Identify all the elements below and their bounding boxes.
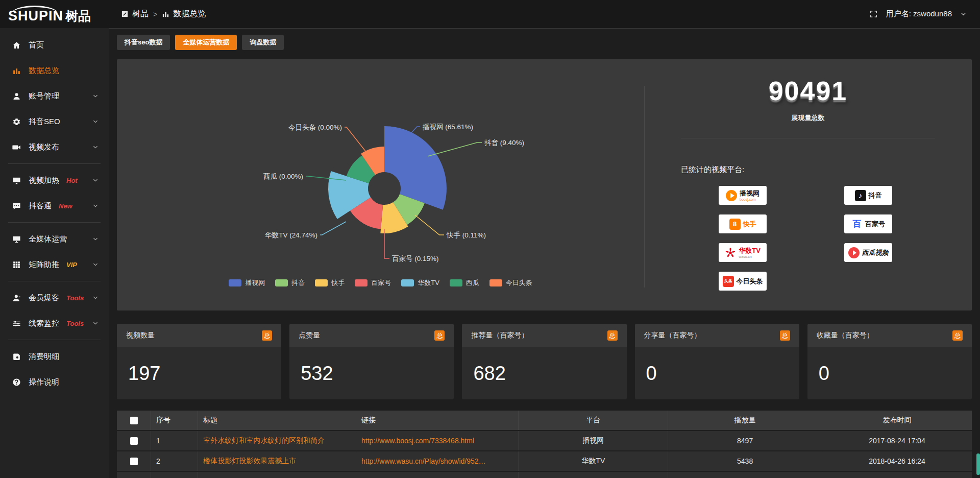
- sidebar-item-home[interactable]: 首页: [0, 32, 109, 58]
- cell-plays: 5438: [668, 451, 822, 471]
- label-leader-line: [415, 215, 444, 235]
- breadcrumb-app[interactable]: 树品: [132, 9, 149, 19]
- platform-logo-douyin: ♪抖音: [844, 186, 892, 205]
- pie-slice-播视网[interactable]: [384, 126, 447, 210]
- fullscreen-icon[interactable]: [869, 10, 878, 18]
- legend-item-今日头条[interactable]: 今日头条: [489, 278, 532, 288]
- legend-item-快手[interactable]: 快手: [315, 278, 345, 288]
- tab-inquiry-data[interactable]: 询盘数据: [242, 35, 284, 50]
- data-tabs: 抖音seo数据全媒体运营数据询盘数据: [117, 35, 972, 50]
- legend-swatch: [229, 279, 241, 286]
- sidebar-item-matrix-boost[interactable]: 矩阵助推VIP: [0, 252, 109, 277]
- legend-swatch: [450, 279, 462, 286]
- platform-logo-baijiahao: 百百家号: [844, 214, 892, 233]
- label-leader-line: [428, 142, 482, 156]
- legend-item-华数TV[interactable]: 华数TV: [401, 278, 439, 288]
- badge-new: New: [59, 202, 72, 210]
- pie-label: 西瓜 (0.00%): [263, 173, 303, 180]
- platforms-label: 已统计的视频平台:: [681, 165, 972, 175]
- platform-name: 今日头条: [737, 278, 763, 284]
- cell-title[interactable]: 室外水纹灯和室内水纹灯的区别和简介: [198, 431, 356, 450]
- column-header[interactable]: 发布时间: [822, 411, 972, 430]
- sidebar-item-account-manage[interactable]: 账号管理: [0, 83, 109, 109]
- stat-card-value: 0: [819, 363, 829, 385]
- account-manage-icon: [12, 92, 21, 101]
- legend-item-抖音[interactable]: 抖音: [275, 278, 305, 288]
- stat-card-title: 分享量（百家号）: [644, 331, 701, 340]
- data-overview-icon: [12, 66, 21, 75]
- sidebar-item-douyin-seo[interactable]: 抖音SEO: [0, 109, 109, 134]
- sidebar-item-label: 数据总览: [29, 66, 59, 76]
- platform-logo-xigua: 西瓜视频: [844, 243, 892, 262]
- legend-item-西瓜[interactable]: 西瓜: [450, 278, 479, 288]
- sidebar-item-member-baoke[interactable]: 会员爆客Tools: [0, 285, 109, 310]
- clue-monitor-icon: [12, 319, 21, 328]
- legend-swatch: [355, 279, 368, 286]
- summary-divider: [681, 138, 935, 138]
- platform-share-chart: 播视网 (65.61%)抖音 (9.40%)快手 (0.11%)百家号 (0.1…: [117, 59, 644, 310]
- stat-card-header: 视频数量总: [117, 324, 281, 347]
- sidebar-item-data-overview[interactable]: 数据总览: [0, 58, 109, 83]
- sidebar-item-clue-monitor[interactable]: 线索监控Tools: [0, 310, 109, 336]
- platform-subtext: boosj.com: [740, 198, 760, 201]
- sidebar-item-video-publish[interactable]: 视频发布: [0, 134, 109, 160]
- legend-label: 华数TV: [418, 278, 439, 288]
- stat-card-body: 0: [807, 347, 972, 399]
- tab-media-ops-data[interactable]: 全媒体运营数据: [175, 35, 237, 50]
- cell-title[interactable]: 楼体投影灯投影效果震撼上市: [198, 451, 356, 471]
- sidebar-item-media-ops[interactable]: 全媒体运营: [0, 226, 109, 252]
- scrollbar-thumb[interactable]: [976, 453, 980, 475]
- member-baoke-icon: [12, 294, 21, 302]
- douyin-seo-icon: [12, 117, 21, 126]
- douyin-note-icon: ♪: [855, 190, 866, 201]
- xigua-play-icon: [848, 247, 860, 258]
- legend-label: 快手: [331, 278, 345, 288]
- column-header[interactable]: 序号: [151, 411, 198, 430]
- overview-panel: 播视网 (65.61%)抖音 (9.40%)快手 (0.11%)百家号 (0.1…: [117, 59, 972, 310]
- total-badge: 总: [434, 330, 445, 341]
- consume-detail-icon: [12, 352, 21, 361]
- column-header[interactable]: 链接: [356, 411, 519, 430]
- select-all-checkbox[interactable]: [130, 417, 138, 424]
- sidebar-item-manual[interactable]: 操作说明: [0, 369, 109, 395]
- cell-link[interactable]: http://www.wasu.cn/Play/show/id/952…: [356, 451, 519, 471]
- breadcrumb: 树品 > 数据总览: [121, 9, 206, 19]
- chart-legend: 播视网抖音快手百家号华数TV西瓜今日头条: [117, 276, 644, 290]
- column-header[interactable]: 播放量: [668, 411, 822, 430]
- summary-panel: 90491 展现量总数 已统计的视频平台: 播视网boosj.com♪抖音8快手…: [644, 59, 972, 310]
- sidebar-item-label: 首页: [29, 40, 44, 50]
- row-checkbox[interactable]: [130, 458, 138, 465]
- legend-item-百家号[interactable]: 百家号: [355, 278, 391, 288]
- username-label[interactable]: 用户名: zswodun88: [886, 9, 952, 19]
- chevron-down-icon: [92, 261, 99, 268]
- column-header[interactable]: 平台: [519, 411, 668, 430]
- matrix-boost-icon: [12, 260, 21, 269]
- sidebar-item-label: 抖客通: [29, 201, 52, 211]
- sidebar-divider: [8, 340, 101, 340]
- sidebar-item-label: 操作说明: [29, 377, 59, 387]
- breadcrumb-page[interactable]: 数据总览: [173, 9, 206, 19]
- column-header[interactable]: 标题: [198, 411, 356, 430]
- badge-tools: Tools: [66, 320, 84, 327]
- sidebar-item-consume-detail[interactable]: 消费明细: [0, 344, 109, 369]
- breadcrumb-separator: >: [153, 10, 157, 18]
- pie-label: 百家号 (0.15%): [392, 255, 439, 262]
- sidebar-item-douketong[interactable]: 抖客通New: [0, 193, 109, 219]
- row-checkbox[interactable]: [130, 437, 138, 445]
- chevron-down-icon[interactable]: [960, 11, 967, 17]
- media-ops-icon: [12, 235, 21, 244]
- chevron-down-icon: [92, 295, 99, 301]
- boosj-play-icon: [726, 190, 737, 201]
- legend-label: 百家号: [371, 278, 391, 288]
- sidebar-item-label: 视频加热: [29, 176, 59, 185]
- video-table: 序号标题链接平台播放量发布时间 1室外水纹灯和室内水纹灯的区别和简介http:/…: [117, 410, 972, 478]
- sidebar-item-video-heat[interactable]: 视频加热Hot: [0, 168, 109, 193]
- tab-douyin-seo-data[interactable]: 抖音seo数据: [117, 35, 170, 50]
- select-all-header: [117, 411, 151, 430]
- pie-label: 华数TV (24.74%): [265, 231, 317, 239]
- chevron-down-icon: [92, 320, 99, 326]
- cell-link[interactable]: http://www.boosj.com/7338468.html: [356, 431, 519, 450]
- label-leader-line: [410, 127, 420, 134]
- legend-item-播视网[interactable]: 播视网: [229, 278, 265, 288]
- table-row: 1室外水纹灯和室内水纹灯的区别和简介http://www.boosj.com/7…: [117, 431, 972, 450]
